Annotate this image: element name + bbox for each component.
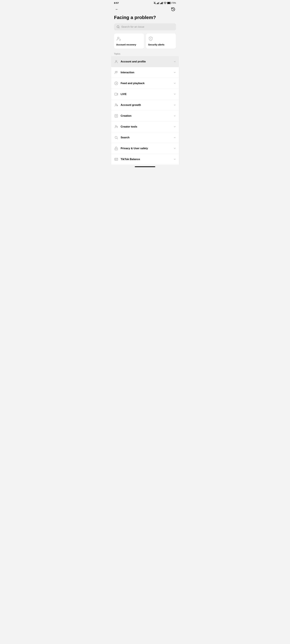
chevron-icon-account-growth — [174, 104, 176, 106]
account-recovery-label: Account recovery — [116, 43, 142, 46]
back-arrow-icon: ← — [115, 7, 118, 11]
svg-rect-4 — [158, 2, 158, 4]
battery-icon — [167, 2, 171, 4]
topic-label-account-profile: Account and profile — [120, 60, 174, 63]
status-bar: 8:57 — [111, 0, 179, 5]
chevron-icon-privacy-safety — [174, 147, 176, 150]
topic-label-live: LIVE — [120, 92, 174, 96]
creation-icon — [114, 114, 118, 118]
search-bar-container: Search for an issue — [111, 24, 179, 34]
chevron-icon-feed-playback — [174, 82, 176, 84]
topic-item-account-growth[interactable]: Account growth — [111, 100, 179, 110]
security-alerts-label: Security alerts — [148, 43, 174, 46]
home-indicator — [111, 165, 179, 168]
search-bar[interactable]: Search for an issue — [114, 24, 176, 30]
live-icon — [114, 92, 118, 96]
svg-rect-9 — [162, 2, 162, 4]
topic-label-feed-playback: Feed and playback — [120, 82, 174, 85]
topics-list: Account and profile Interaction — [111, 56, 179, 165]
history-icon — [171, 7, 175, 12]
security-alerts-icon — [148, 36, 174, 41]
topic-label-account-growth: Account growth — [120, 104, 174, 106]
chevron-icon-account-profile — [174, 60, 176, 63]
svg-rect-6 — [159, 2, 160, 4]
topic-item-feed-and-playback[interactable]: Feed and playback — [111, 78, 179, 89]
svg-rect-15 — [168, 2, 170, 4]
security-alerts-card[interactable]: Security alerts — [146, 34, 176, 49]
status-icons: 70% — [154, 2, 176, 4]
topic-label-creator-tools: Creator tools — [120, 125, 174, 128]
wifi-icon — [164, 2, 166, 4]
account-recovery-card[interactable]: Account recovery — [114, 34, 144, 49]
tiktok-balance-icon — [114, 157, 118, 162]
svg-point-21 — [116, 60, 117, 62]
search-topic-icon — [114, 135, 118, 140]
svg-line-17 — [119, 28, 119, 28]
topic-item-live[interactable]: LIVE — [111, 89, 179, 100]
svg-rect-8 — [161, 3, 161, 4]
topic-label-privacy-safety: Privacy & User safety — [120, 147, 174, 150]
topic-label-interaction: Interaction — [120, 71, 174, 74]
interaction-icon — [114, 70, 118, 75]
account-recovery-icon — [116, 36, 142, 41]
topic-label-search: Search — [120, 136, 174, 139]
topics-section-label: Topics — [111, 52, 179, 56]
topic-item-creator-tools[interactable]: Creator tools — [111, 122, 179, 132]
svg-point-27 — [115, 104, 116, 105]
page-title-section: Facing a problem? — [111, 14, 179, 24]
svg-rect-3 — [158, 3, 158, 4]
signal2-icon — [160, 2, 163, 4]
svg-point-23 — [116, 72, 118, 72]
topic-item-creation[interactable]: Creation — [111, 110, 179, 122]
svg-rect-26 — [115, 93, 117, 95]
svg-rect-7 — [160, 3, 161, 4]
chevron-icon-interaction — [174, 71, 176, 74]
mute-icon — [154, 2, 156, 4]
chevron-icon-live — [174, 93, 176, 96]
topic-item-account-and-profile[interactable]: Account and profile — [111, 56, 179, 67]
topic-item-interaction[interactable]: Interaction — [111, 67, 179, 78]
page-title: Facing a problem? — [114, 14, 176, 20]
chevron-icon-search — [174, 136, 176, 139]
svg-rect-10 — [162, 2, 162, 4]
topic-label-creation: Creation — [120, 114, 174, 118]
creator-tools-icon — [114, 124, 118, 129]
svg-line-0 — [154, 2, 156, 4]
svg-rect-39 — [115, 158, 118, 160]
svg-point-20 — [150, 39, 151, 40]
account-profile-icon — [114, 60, 118, 64]
history-button[interactable] — [170, 6, 176, 12]
signal-icon — [157, 2, 160, 4]
svg-point-18 — [118, 37, 119, 39]
feed-playback-icon — [114, 81, 118, 86]
search-input[interactable]: Search for an issue — [121, 25, 144, 28]
home-bar — [135, 166, 155, 167]
back-button[interactable]: ← — [114, 6, 120, 12]
svg-marker-33 — [117, 127, 118, 128]
svg-rect-5 — [159, 2, 159, 4]
topic-item-search[interactable]: Search — [111, 132, 179, 143]
svg-point-38 — [116, 149, 116, 149]
account-growth-icon — [114, 103, 118, 107]
status-time: 8:57 — [114, 2, 119, 4]
topic-label-tiktok-balance: TikTok Balance — [120, 158, 174, 161]
top-nav: ← — [111, 5, 179, 14]
svg-rect-14 — [171, 2, 171, 4]
svg-line-36 — [117, 138, 118, 139]
quick-cards-row: Account recovery Security alerts — [111, 34, 179, 52]
battery-percentage: 70% — [172, 2, 176, 4]
svg-point-32 — [115, 126, 116, 127]
topic-item-privacy-user-safety[interactable]: Privacy & User safety — [111, 143, 179, 154]
svg-point-22 — [115, 72, 116, 72]
topic-item-tiktok-balance[interactable]: TikTok Balance — [111, 154, 179, 165]
chevron-icon-creation — [174, 114, 176, 117]
search-icon — [116, 25, 120, 28]
chevron-icon-tiktok-balance — [174, 158, 176, 160]
svg-point-34 — [117, 126, 118, 127]
svg-marker-25 — [116, 83, 117, 84]
chevron-icon-creator-tools — [174, 126, 176, 128]
svg-point-12 — [165, 4, 165, 4]
svg-rect-11 — [163, 2, 163, 4]
svg-rect-2 — [157, 3, 157, 4]
svg-point-35 — [115, 136, 117, 138]
